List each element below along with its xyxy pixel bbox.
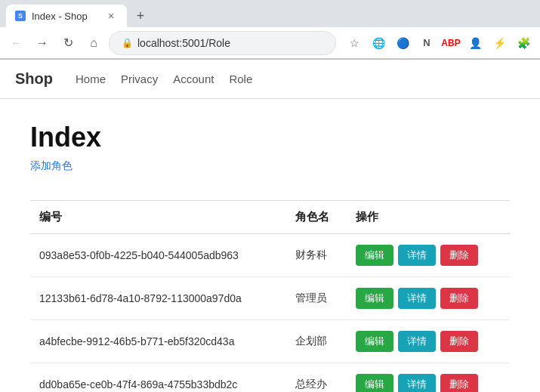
roles-table: 编号 角色名 操作 093a8e53-0f0b-4225-b040-544005… — [30, 201, 510, 392]
ext-icon[interactable]: N — [416, 32, 437, 54]
tab-close-button[interactable]: × — [104, 9, 118, 23]
nav-account[interactable]: Account — [173, 73, 214, 85]
cell-id: 093a8e53-0f0b-4225-b040-544005adb963 — [30, 234, 286, 277]
cell-name: 企划部 — [286, 320, 347, 363]
col-id: 编号 — [30, 201, 286, 234]
cell-name: 财务科 — [286, 234, 347, 277]
nav-privacy[interactable]: Privacy — [121, 73, 158, 85]
tab-favicon: S — [15, 11, 26, 21]
col-actions: 操作 — [347, 201, 510, 234]
nav-role[interactable]: Role — [229, 73, 252, 85]
delete-button[interactable]: 删除 — [440, 331, 478, 352]
translate-icon[interactable]: 🌐 — [368, 32, 389, 54]
browser-chrome: S Index - Shop × + ← → ↻ ⌂ 🔒 localhost:5… — [0, 0, 540, 60]
detail-button[interactable]: 详情 — [398, 374, 436, 392]
cell-id: dd0ba65e-ce0b-47f4-869a-4755b33bdb2c — [30, 363, 286, 393]
edit-button[interactable]: 编辑 — [356, 245, 393, 266]
detail-button[interactable]: 详情 — [398, 245, 436, 266]
cell-name: 管理员 — [286, 277, 347, 320]
page-content: Shop Home Privacy Account Role Index 添加角… — [0, 60, 540, 392]
cell-actions: 编辑详情删除 — [347, 277, 510, 320]
cell-id: 12133b61-6d78-4a10-8792-113000a97d0a — [30, 277, 286, 320]
edit-button[interactable]: 编辑 — [356, 288, 393, 309]
main-content: Index 添加角色 编号 角色名 操作 093a8e53-0f0b-4225-… — [0, 99, 540, 392]
lock-icon: 🔒 — [122, 38, 133, 48]
extensions-icon[interactable]: 🧩 — [513, 32, 534, 54]
table-head: 编号 角色名 操作 — [30, 201, 510, 234]
cell-name: 总经办 — [286, 363, 347, 393]
address-input[interactable]: 🔒 localhost:5001/Role — [109, 31, 336, 55]
navbar-brand[interactable]: Shop — [15, 70, 53, 88]
vpn-icon[interactable]: 🔵 — [392, 32, 413, 54]
cell-actions: 编辑详情删除 — [347, 320, 510, 363]
action-buttons: 编辑详情删除 — [356, 331, 501, 352]
delete-button[interactable]: 删除 — [440, 245, 478, 266]
profile-icon[interactable]: 👤 — [464, 32, 486, 54]
new-tab-button[interactable]: + — [130, 5, 151, 26]
page-title: Index — [30, 122, 510, 153]
back-button[interactable]: ← — [6, 32, 27, 54]
table-row: dd0ba65e-ce0b-47f4-869a-4755b33bdb2c总经办编… — [30, 363, 510, 393]
add-role-link[interactable]: 添加角色 — [30, 159, 73, 173]
address-bar: ← → ↻ ⌂ 🔒 localhost:5001/Role ☆ 🌐 🔵 N AB… — [0, 27, 540, 59]
table-body: 093a8e53-0f0b-4225-b040-544005adb963财务科编… — [30, 234, 510, 393]
edit-button[interactable]: 编辑 — [356, 331, 393, 352]
active-tab[interactable]: S Index - Shop × — [6, 5, 127, 27]
delete-button[interactable]: 删除 — [440, 374, 478, 392]
cell-actions: 编辑详情删除 — [347, 234, 510, 277]
home-button[interactable]: ⌂ — [83, 32, 104, 54]
delete-button[interactable]: 删除 — [440, 288, 478, 309]
funnel-icon[interactable]: ⚡ — [489, 32, 510, 54]
table-row: 12133b61-6d78-4a10-8792-113000a97d0a管理员编… — [30, 277, 510, 320]
refresh-button[interactable]: ↻ — [57, 32, 79, 54]
detail-button[interactable]: 详情 — [398, 288, 436, 309]
forward-button[interactable]: → — [32, 32, 53, 54]
star-icon[interactable]: ☆ — [344, 32, 365, 54]
cell-actions: 编辑详情删除 — [347, 363, 510, 393]
col-name: 角色名 — [286, 201, 347, 234]
abp-icon[interactable]: ABP — [440, 32, 461, 54]
table-row: a4bfecbe-9912-46b5-b771-eb5f320cd43a企划部编… — [30, 320, 510, 363]
nav-home[interactable]: Home — [76, 73, 106, 85]
cell-id: a4bfecbe-9912-46b5-b771-eb5f320cd43a — [30, 320, 286, 363]
edit-button[interactable]: 编辑 — [356, 374, 393, 392]
action-buttons: 编辑详情删除 — [356, 374, 501, 392]
toolbar-icons: ☆ 🌐 🔵 N ABP 👤 ⚡ 🧩 — [344, 32, 534, 54]
navbar: Shop Home Privacy Account Role — [0, 60, 540, 99]
action-buttons: 编辑详情删除 — [356, 288, 501, 309]
tab-bar: S Index - Shop × + — [0, 0, 540, 27]
address-text: localhost:5001/Role — [137, 37, 230, 49]
detail-button[interactable]: 详情 — [398, 331, 436, 352]
tab-title: Index - Shop — [32, 11, 88, 22]
table-row: 093a8e53-0f0b-4225-b040-544005adb963财务科编… — [30, 234, 510, 277]
action-buttons: 编辑详情删除 — [356, 245, 501, 266]
